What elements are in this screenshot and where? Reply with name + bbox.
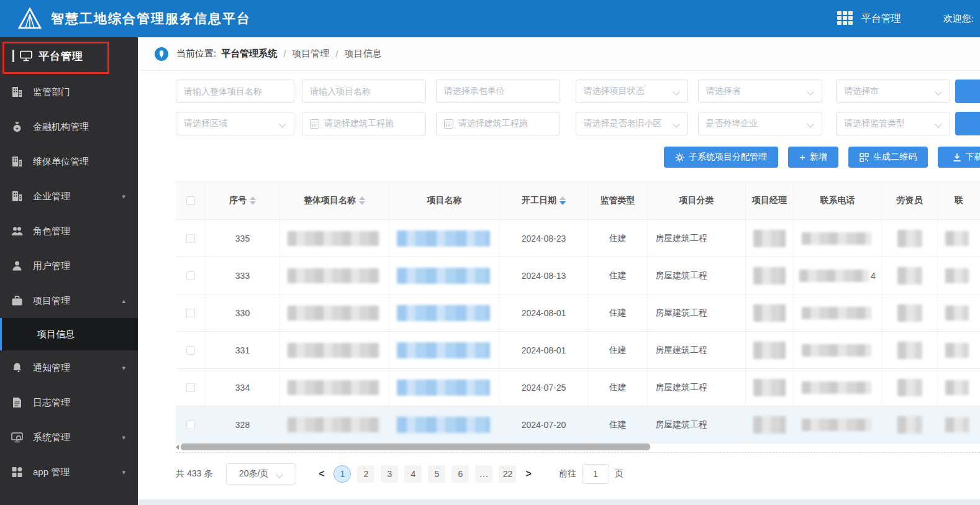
seq-cell: 334 bbox=[206, 369, 280, 406]
download-button[interactable]: 下载 bbox=[938, 147, 980, 168]
column-header-seq[interactable]: 序号 bbox=[206, 182, 280, 219]
column-header-overall-name[interactable]: 整体项目名称 bbox=[280, 182, 389, 219]
subsystem-assign-button[interactable]: 子系统项目分配管理 bbox=[664, 147, 778, 168]
sidebar-item-role-management[interactable]: 角色管理 bbox=[0, 214, 138, 248]
construction-start-date-picker[interactable]: 请选择建筑工程施 bbox=[302, 112, 426, 135]
row-checkbox[interactable] bbox=[186, 421, 195, 429]
supervision-type-select[interactable]: 请选择监管类型 bbox=[836, 112, 950, 135]
sort-desc-icon-active[interactable] bbox=[560, 201, 566, 205]
sidebar-item-app-management[interactable]: app 管理 ▾ bbox=[0, 455, 138, 489]
apps-grid-icon[interactable] bbox=[837, 11, 856, 26]
sidebar-item-supervision-dept[interactable]: 监管部门 bbox=[0, 75, 138, 109]
project-name-cell bbox=[389, 332, 500, 368]
contractor-select[interactable]: 请选择承包单位 bbox=[436, 80, 560, 103]
redacted-link[interactable] bbox=[397, 342, 490, 358]
sidebar-item-notification-management[interactable]: 通知管理 ▾ bbox=[0, 350, 138, 385]
redacted-link[interactable] bbox=[397, 417, 490, 433]
page-number-3[interactable]: 3 bbox=[381, 465, 398, 483]
filter-action-button-cutoff[interactable] bbox=[955, 80, 980, 103]
overall-project-name-input[interactable] bbox=[176, 80, 294, 103]
project-name-input[interactable] bbox=[302, 80, 426, 103]
construction-end-date-picker[interactable]: 请选择建筑工程施 bbox=[436, 112, 560, 135]
next-page-button[interactable]: > bbox=[519, 468, 537, 480]
old-community-select[interactable]: 请选择是否老旧小区 bbox=[576, 112, 688, 135]
sidebar-item-enterprise-management[interactable]: 企业管理 ▾ bbox=[0, 179, 138, 214]
category-value: 房屋建筑工程 bbox=[655, 233, 707, 244]
sort-asc-icon[interactable] bbox=[250, 196, 256, 200]
redacted-text bbox=[288, 306, 379, 321]
row-checkbox[interactable] bbox=[186, 309, 195, 317]
redacted-link[interactable] bbox=[397, 268, 490, 284]
more-pages-ellipsis[interactable]: ... bbox=[475, 465, 492, 483]
page-number-22[interactable]: 22 bbox=[499, 465, 516, 483]
sidebar-item-financial-institutions[interactable]: 金融机构管理 bbox=[0, 109, 138, 144]
category-value: 房屋建筑工程 bbox=[655, 382, 707, 393]
sidebar-item-label: 项目管理 bbox=[33, 295, 70, 307]
scrollbar-thumb[interactable] bbox=[181, 444, 650, 450]
sidebar-item-platform-management[interactable]: 平台管理 bbox=[0, 37, 138, 75]
start-date-cell: 2024-08-01 bbox=[500, 332, 588, 368]
page-number-6[interactable]: 6 bbox=[451, 465, 469, 483]
external-enterprise-select[interactable]: 是否外埠企业 bbox=[698, 112, 823, 135]
page-number-1-active[interactable]: 1 bbox=[333, 465, 351, 483]
add-button[interactable]: + 新增 bbox=[788, 147, 838, 168]
redacted-link[interactable] bbox=[397, 305, 490, 321]
overall-name-cell bbox=[280, 294, 389, 331]
seq-cell: 328 bbox=[206, 406, 280, 443]
chevron-down-icon: ▾ bbox=[122, 364, 125, 372]
phone-cell bbox=[794, 332, 882, 368]
column-header-phone: 联系电话 bbox=[794, 182, 882, 219]
redacted-link[interactable] bbox=[397, 230, 490, 247]
sort-desc-icon[interactable] bbox=[250, 201, 256, 205]
column-label: 序号 bbox=[229, 195, 247, 206]
start-date-value: 2024-08-13 bbox=[522, 271, 566, 281]
page-number-5[interactable]: 5 bbox=[428, 465, 445, 483]
sort-desc-icon[interactable] bbox=[359, 201, 365, 205]
start-date-cell: 2024-08-13 bbox=[500, 257, 588, 294]
table-row: 3312024-08-01住建房屋建筑工程 bbox=[176, 332, 980, 369]
seq-cell: 335 bbox=[206, 220, 280, 257]
goto-page-input[interactable] bbox=[582, 464, 609, 484]
location-pin-icon bbox=[154, 47, 169, 61]
sort-asc-icon[interactable] bbox=[560, 196, 566, 200]
generate-qrcode-button[interactable]: 生成二维码 bbox=[848, 147, 928, 168]
sidebar-subitem-project-info-active[interactable]: 项目信息 bbox=[0, 318, 138, 350]
breadcrumb-section[interactable]: 项目管理 bbox=[292, 48, 329, 60]
filter-action-button-cutoff[interactable] bbox=[955, 112, 980, 135]
monitor-icon bbox=[20, 50, 32, 61]
overall-project-name-field[interactable] bbox=[184, 86, 286, 96]
sidebar-item-log-management[interactable]: 日志管理 bbox=[0, 385, 138, 420]
sidebar-item-system-management[interactable]: 系统管理 ▾ bbox=[0, 420, 138, 455]
top-nav-platform-management[interactable]: 平台管理 bbox=[861, 12, 901, 25]
redacted-text bbox=[897, 267, 922, 284]
prev-page-button[interactable]: < bbox=[312, 468, 330, 480]
top-right-group: 平台管理 欢迎您: bbox=[837, 11, 974, 26]
province-select[interactable]: 请选择省 bbox=[698, 80, 823, 103]
row-checkbox[interactable] bbox=[186, 234, 195, 243]
sidebar-item-project-management[interactable]: 项目管理 ▴ bbox=[0, 283, 138, 318]
select-all-checkbox[interactable] bbox=[186, 196, 195, 205]
breadcrumb-root[interactable]: 平台管理系统 bbox=[221, 48, 277, 60]
column-header-start-date[interactable]: 开工日期 bbox=[500, 182, 588, 219]
redacted-link[interactable] bbox=[397, 380, 490, 396]
project-status-select[interactable]: 请选择项目状态 bbox=[576, 80, 688, 103]
row-checkbox[interactable] bbox=[186, 271, 195, 280]
row-checkbox[interactable] bbox=[186, 383, 195, 392]
column-label: 项目名称 bbox=[427, 195, 462, 206]
page-number-4[interactable]: 4 bbox=[404, 465, 422, 483]
page-size-select[interactable]: 20条/页 bbox=[226, 463, 296, 485]
city-select[interactable]: 请选择市 bbox=[836, 80, 950, 103]
sidebar-item-maintenance-units[interactable]: 维保单位管理 bbox=[0, 144, 138, 179]
project-name-field[interactable] bbox=[310, 86, 418, 96]
scroll-left-arrow-icon[interactable] bbox=[176, 445, 179, 450]
redacted-text bbox=[897, 304, 922, 322]
page-number-2[interactable]: 2 bbox=[357, 465, 374, 483]
sort-asc-icon[interactable] bbox=[359, 196, 365, 200]
category-cell: 房屋建筑工程 bbox=[648, 406, 746, 443]
laborer-cell bbox=[882, 220, 938, 257]
platform-logo-icon bbox=[17, 7, 42, 30]
row-checkbox[interactable] bbox=[186, 346, 195, 355]
document-icon bbox=[11, 397, 23, 408]
sidebar-item-user-management[interactable]: 用户管理 bbox=[0, 248, 138, 283]
area-select[interactable]: 请选择区域 bbox=[176, 112, 294, 135]
